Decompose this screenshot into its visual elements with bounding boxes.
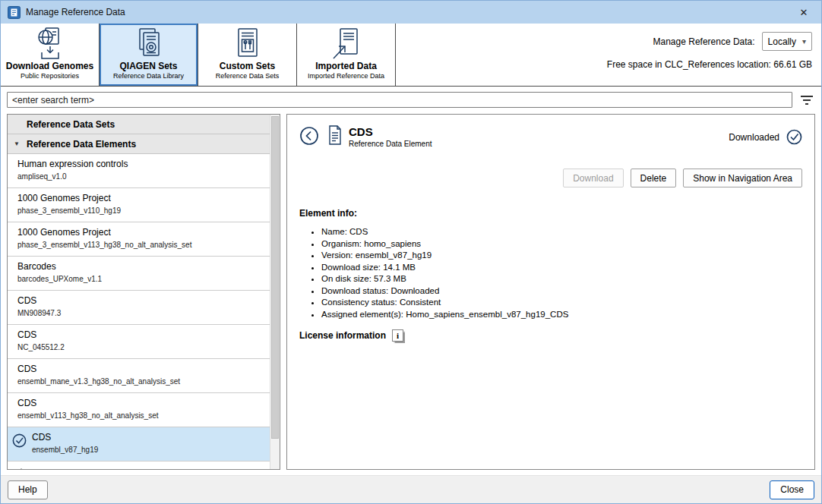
tabstrip: Download Genomes Public Repositories QIA… [1,24,821,87]
section-reference-data-elements[interactable]: ▼ Reference Data Elements [8,134,270,154]
titlebar: Manage Reference Data ✕ [1,1,821,24]
list-item[interactable]: 1000 Genomes Project phase_3_ensembl_v11… [8,188,270,222]
tab-label: Download Genomes [6,61,93,71]
download-status: Downloaded [729,129,802,145]
manage-reference-data-label: Manage Reference Data: [653,36,755,47]
info-line: Organism: homo_sapiens [321,239,802,248]
tab-qiagen-sets[interactable]: QIAGEN Sets Reference Data Library [100,24,198,86]
list-item-selected[interactable]: CDS ensembl_v87_hg19 [8,427,270,461]
info-line: Assigned element(s): Homo_sapiens_ensemb… [321,310,802,319]
item-subtitle: ampliseq_v1.0 [17,172,264,181]
toolbar-right: Manage Reference Data: Locally ▾ Free sp… [607,32,812,70]
item-title: CDS [32,432,98,443]
free-space-label: Free space in CLC_References location: 6… [607,59,812,70]
list-item[interactable]: CDS ensembl_v113_hg38_no_alt_analysis_se… [8,393,270,427]
show-in-navigation-area-button[interactable]: Show in Navigation Area [683,169,802,187]
list-item[interactable]: CDS MN908947.3 [8,291,270,325]
section-reference-data-sets[interactable]: Reference Data Sets [8,115,270,134]
item-subtitle: ensembl_v87_hg19 [32,446,98,454]
window-close-button[interactable]: ✕ [786,1,821,24]
item-subtitle: MN908947.3 [17,309,264,317]
document-icon [327,125,343,145]
triangle-up-icon [17,468,25,469]
item-subtitle: ensembl_v113_hg38_no_alt_analysis_set [17,411,264,420]
list-item[interactable]: Human expression controls ampliseq_v1.0 [8,154,270,188]
list-item[interactable]: CDS ensembl_mane_v1.3_hg38_no_alt_analys… [8,359,270,393]
info-line: Consistency status: Consistent [321,298,802,307]
tab-sublabel: Reference Data Library [113,72,184,80]
info-icon[interactable]: i [392,329,403,342]
main-content: Reference Data Sets ▼ Reference Data Ele… [1,112,821,475]
tab-imported-data[interactable]: Imported Data Imported Reference Data [297,24,396,86]
imported-data-icon [330,27,362,61]
search-input[interactable] [7,92,792,108]
tab-label: Imported Data [315,61,377,71]
license-information-row: License information i [299,329,802,342]
item-subtitle: NC_045512.2 [17,343,264,351]
list-item[interactable]: 1000 Genomes Project phase_3_ensembl_v11… [8,222,270,257]
location-dropdown[interactable]: Locally ▾ [762,32,812,51]
search-row [1,87,821,112]
item-title: CDS [17,329,264,340]
item-subtitle: barcodes_UPXome_v1.1 [17,275,264,283]
item-title: Human expression controls [17,159,264,169]
tab-sublabel: Reference Data Sets [216,72,280,80]
item-title: Barcodes [17,261,264,272]
app-icon [8,6,21,19]
triangle-down-icon: ▼ [14,140,23,147]
filter-icon[interactable] [799,94,814,106]
detail-title: CDS [349,125,432,138]
tab-download-genomes[interactable]: Download Genomes Public Repositories [1,24,100,86]
delete-button[interactable]: Delete [631,169,677,187]
close-icon: ✕ [800,7,808,18]
item-title: 1000 Genomes Project [17,193,264,203]
scrollbar-thumb[interactable] [271,116,279,439]
chevron-down-icon: ▾ [802,37,806,46]
partial-list-row[interactable] [8,461,270,469]
downloaded-check-icon [786,129,802,145]
item-title: CDS [17,364,264,374]
item-title: CDS [17,295,264,306]
back-button[interactable] [299,126,319,146]
license-information-label: License information [299,330,386,341]
list-item[interactable]: Barcodes barcodes_UPXome_v1.1 [8,257,270,291]
download-button[interactable]: Download [563,169,623,187]
help-button[interactable]: Help [8,480,48,499]
vertical-scrollbar[interactable] [270,115,280,469]
item-title: CDS [17,398,264,408]
tab-custom-sets[interactable]: Custom Sets Reference Data Sets [198,24,297,86]
custom-sets-icon [232,27,264,61]
close-button[interactable]: Close [770,480,814,499]
status-label: Downloaded [729,132,779,143]
tab-sublabel: Public Repositories [21,72,79,80]
tab-label: QIAGEN Sets [119,61,177,71]
detail-subtitle: Reference Data Element [349,140,432,148]
tab-sublabel: Imported Reference Data [308,72,384,80]
manage-reference-data-dialog: Manage Reference Data ✕ Downloa [0,0,822,504]
list-item[interactable]: CDS NC_045512.2 [8,325,270,359]
tab-label: Custom Sets [220,61,275,71]
item-subtitle: phase_3_ensembl_v113_hg38_no_alt_analysi… [17,241,264,249]
info-line: On disk size: 57.3 MB [321,274,802,283]
action-buttons: Download Delete Show in Navigation Area [299,169,802,187]
download-genomes-icon [34,27,66,61]
info-line: Version: ensembl_v87_hg19 [321,250,802,260]
item-subtitle: ensembl_mane_v1.3_hg38_no_alt_analysis_s… [17,377,264,386]
reference-data-list: Reference Data Sets ▼ Reference Data Ele… [8,115,270,469]
downloaded-check-icon [12,433,27,448]
section-label: Reference Data Elements [27,139,136,150]
item-title: 1000 Genomes Project [17,227,264,238]
section-label: Reference Data Sets [27,119,115,130]
info-line: Download size: 14.1 MB [321,263,802,272]
detail-panel: CDS Reference Data Element Downloaded Do… [286,114,815,470]
reference-data-list-panel: Reference Data Sets ▼ Reference Data Ele… [7,114,280,470]
element-info-list: Name: CDS Organism: homo_sapiens Version… [299,227,802,319]
element-info-heading: Element info: [299,208,802,219]
footer: Help Close [1,475,821,503]
info-line: Name: CDS [321,227,802,236]
info-line: Download status: Downloaded [321,286,802,295]
window-title: Manage Reference Data [26,7,125,17]
location-dropdown-value: Locally [768,36,796,47]
item-subtitle: phase_3_ensembl_v110_hg19 [17,206,264,215]
qiagen-sets-icon [133,27,165,61]
